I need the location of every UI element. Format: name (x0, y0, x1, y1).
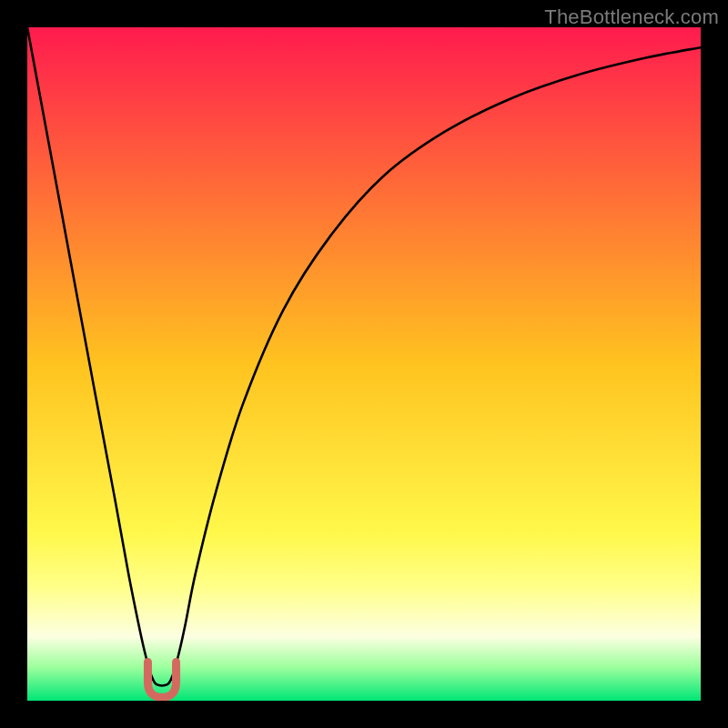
plot-area (27, 27, 701, 701)
watermark-text: TheBottleneck.com (544, 5, 719, 29)
gradient-background (27, 27, 701, 701)
chart-svg (27, 27, 701, 701)
chart-frame: TheBottleneck.com (0, 0, 728, 728)
